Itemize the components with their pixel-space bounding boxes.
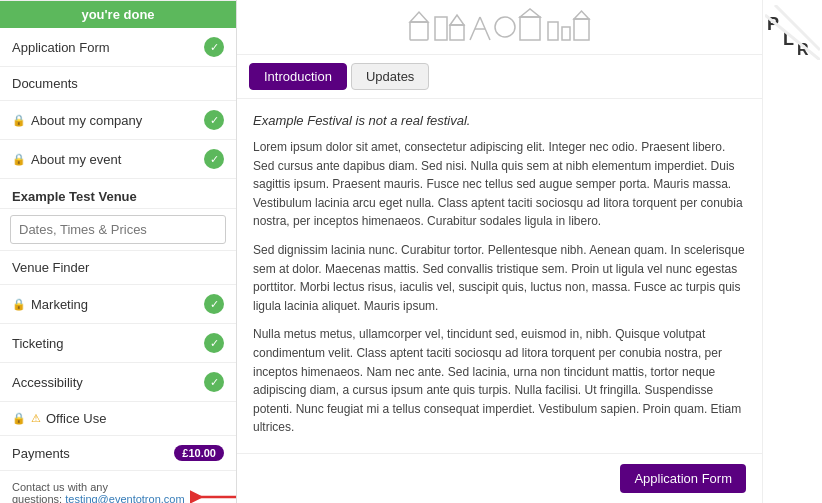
contact-email-link[interactable]: testing@eventotron.com xyxy=(65,493,184,503)
svg-rect-4 xyxy=(435,17,447,40)
content-area: Example Festival is not a real festival.… xyxy=(237,99,762,453)
check-icon: ✓ xyxy=(204,372,224,392)
svg-rect-11 xyxy=(520,17,540,40)
right-logo: P L R xyxy=(765,5,820,60)
svg-marker-12 xyxy=(520,9,540,17)
sidebar-documents-label: Documents xyxy=(12,76,78,91)
paragraph-1: Lorem ipsum dolor sit amet, consectetur … xyxy=(253,138,746,231)
lock-icon: 🔒 xyxy=(12,153,26,166)
dates-times-prices-input[interactable] xyxy=(10,215,226,244)
contact-line2: questions: testing@eventotron.com xyxy=(12,493,185,503)
check-icon: ✓ xyxy=(204,333,224,353)
lock-icon: 🔒 xyxy=(12,114,26,127)
svg-marker-3 xyxy=(410,12,428,22)
paragraph-2: Sed dignissim lacinia nunc. Curabitur to… xyxy=(253,241,746,315)
sidebar-item-marketing[interactable]: 🔒 Marketing ✓ xyxy=(0,285,236,324)
sidebar-item-about-my-event[interactable]: 🔒 About my event ✓ xyxy=(0,140,236,179)
sidebar-application-form-label: Application Form xyxy=(12,40,110,55)
paragraph-3: Nulla metus metus, ullamcorper vel, tinc… xyxy=(253,325,746,437)
contact-line1: Contact us with any xyxy=(12,481,108,493)
festival-note: Example Festival is not a real festival. xyxy=(253,113,746,128)
check-icon: ✓ xyxy=(204,149,224,169)
tab-updates[interactable]: Updates xyxy=(351,63,429,90)
dates-input-row xyxy=(0,209,236,251)
sidebar-marketing-label: Marketing xyxy=(31,297,88,312)
sidebar-item-documents[interactable]: Documents xyxy=(0,67,236,101)
top-logo-illustration xyxy=(400,7,600,47)
sidebar-payments-label: Payments xyxy=(12,446,70,461)
contact-footer: Contact us with any questions: testing@e… xyxy=(0,471,236,503)
sidebar-about-event-label: About my event xyxy=(31,152,121,167)
main-top-logo xyxy=(237,0,762,55)
contact-arrow-indicator xyxy=(190,486,237,503)
svg-rect-13 xyxy=(548,22,558,40)
sidebar-item-accessibility[interactable]: Accessibility ✓ xyxy=(0,363,236,402)
sidebar-office-use-label: Office Use xyxy=(46,411,106,426)
you-done-bar: you're done xyxy=(0,1,236,28)
lock-icon: 🔒 xyxy=(12,412,26,425)
right-logo-strip: P L R xyxy=(762,0,822,503)
sidebar-item-payments[interactable]: Payments £10.00 xyxy=(0,436,236,471)
sidebar-accessibility-label: Accessibility xyxy=(12,375,83,390)
sidebar-item-ticketing[interactable]: Ticketing ✓ xyxy=(0,324,236,363)
svg-rect-5 xyxy=(450,25,464,40)
svg-rect-15 xyxy=(574,19,589,40)
svg-rect-14 xyxy=(562,27,570,40)
check-icon: ✓ xyxy=(204,110,224,130)
sidebar-item-venue-finder[interactable]: Venue Finder xyxy=(0,251,236,285)
main-footer: Application Form xyxy=(237,453,762,503)
sidebar-item-application-form[interactable]: Application Form ✓ xyxy=(0,28,236,67)
svg-point-10 xyxy=(495,17,515,37)
sidebar: FESTI VAL you're done Application Form ✓… xyxy=(0,0,237,503)
application-form-button[interactable]: Application Form xyxy=(620,464,746,493)
tab-introduction[interactable]: Introduction xyxy=(249,63,347,90)
venue-section-label: Example Test Venue xyxy=(0,179,236,209)
sidebar-ticketing-label: Ticketing xyxy=(12,336,64,351)
check-icon: ✓ xyxy=(204,37,224,57)
tabs-row: Introduction Updates xyxy=(237,55,762,99)
sidebar-item-about-my-company[interactable]: 🔒 About my company ✓ xyxy=(0,101,236,140)
svg-marker-6 xyxy=(450,15,464,25)
main-content: Introduction Updates Example Festival is… xyxy=(237,0,762,503)
svg-rect-2 xyxy=(410,22,428,40)
payments-badge: £10.00 xyxy=(174,445,224,461)
warning-icon: ⚠ xyxy=(31,412,41,425)
sidebar-item-office-use[interactable]: 🔒 ⚠ Office Use xyxy=(0,402,236,436)
svg-marker-16 xyxy=(574,11,589,19)
lock-icon: 🔒 xyxy=(12,298,26,311)
sidebar-venue-finder-label: Venue Finder xyxy=(12,260,89,275)
sidebar-about-company-label: About my company xyxy=(31,113,142,128)
check-icon: ✓ xyxy=(204,294,224,314)
